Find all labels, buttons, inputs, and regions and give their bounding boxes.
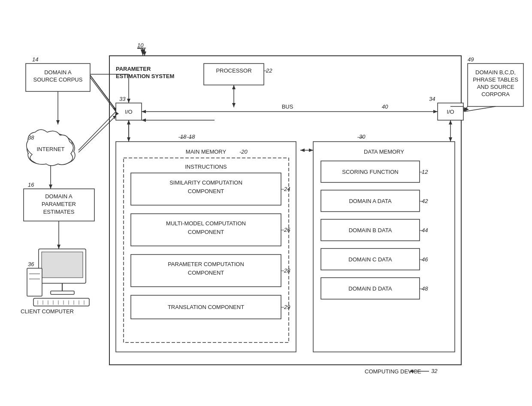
main-memory-label: MAIN MEMORY [186,148,227,155]
ref-46: 46 [422,256,428,263]
ref-18: 18 [180,133,187,140]
ref-14: 14 [32,56,38,63]
ref-42: 42 [422,198,428,204]
param-comp-label1: PARAMETER COMPUTATION [168,261,244,267]
ref-32: 32 [431,368,438,374]
multi-model-label1: MULTI-MODEL COMPUTATION [166,220,246,227]
ref-34: 34 [429,96,435,102]
scoring-label: SCORING FUNCTION [342,169,398,175]
instructions-label: INSTRUCTIONS [185,164,227,170]
ref-30: 30 [359,133,366,140]
ref-26: 26 [284,227,290,233]
ref-36: 36 [28,261,34,267]
ref-48: 48 [422,285,428,292]
ref-28: 28 [284,267,290,274]
io-left-label: I/O [125,109,132,115]
similarity-label1: SIMILARITY COMPUTATION [169,179,242,186]
svg-rect-72 [51,291,74,294]
domain-a-data-label: DOMAIN A DATA [349,198,392,204]
domain-b-data-label: DOMAIN B DATA [349,227,392,233]
ref-24: 24 [284,186,290,192]
processor-label: PROCESSOR [216,67,251,74]
domain-bcd-label4: CORPORA [481,91,510,97]
ref-20: -20 [239,148,248,155]
ref-16: 16 [28,182,34,188]
multi-model-label2: COMPONENT [188,229,224,235]
ref-12: 12 [422,169,428,175]
internet-label: INTERNET [37,146,65,152]
bus-label: BUS [282,103,293,110]
client-computer-label: CLIENT COMPUTER [21,308,74,315]
domain-a-source-label2: SOURCE CORPUS [33,76,83,83]
svg-rect-73 [27,268,42,296]
ref-33: 33 [119,96,126,102]
domain-bcd-label2: PHRASE TABLES [473,76,518,83]
domain-a-param-label3: ESTIMATES [43,209,75,215]
translation-label: TRANSLATION COMPONENT [168,304,244,310]
ref-18-label: 18 [189,133,195,140]
param-comp-label2: COMPONENT [188,270,224,276]
domain-a-param-label1: DOMAIN A [45,193,73,200]
domain-c-data-label: DOMAIN C DATA [348,256,392,263]
domain-d-data-label: DOMAIN D DATA [348,285,392,292]
domain-a-param-label2: PARAMETER [42,201,76,207]
svg-rect-76 [33,298,89,306]
ref-29: 29 [284,304,290,310]
param-estimation-title: PARAMETER [116,66,151,72]
domain-bcd-label1: DOMAIN B,C,D, [475,69,516,76]
ref-10: 10 [137,42,144,48]
svg-rect-6 [204,64,264,85]
io-right-label: I/O [447,109,454,115]
ref-40: 40 [382,103,388,110]
svg-rect-70 [42,252,83,278]
diagram-container: COMPUTING DEVICE 32 PARAMETER ESTIMATION… [0,0,532,406]
data-memory-label: DATA MEMORY [364,148,404,155]
ref-49: 49 [468,56,474,63]
ref-38: 38 [28,134,34,141]
domain-a-source-label1: DOMAIN A [44,69,72,76]
domain-bcd-label3: AND SOURCE [477,84,514,90]
similarity-label2: COMPONENT [188,188,224,194]
ref-44: 44 [422,227,428,233]
